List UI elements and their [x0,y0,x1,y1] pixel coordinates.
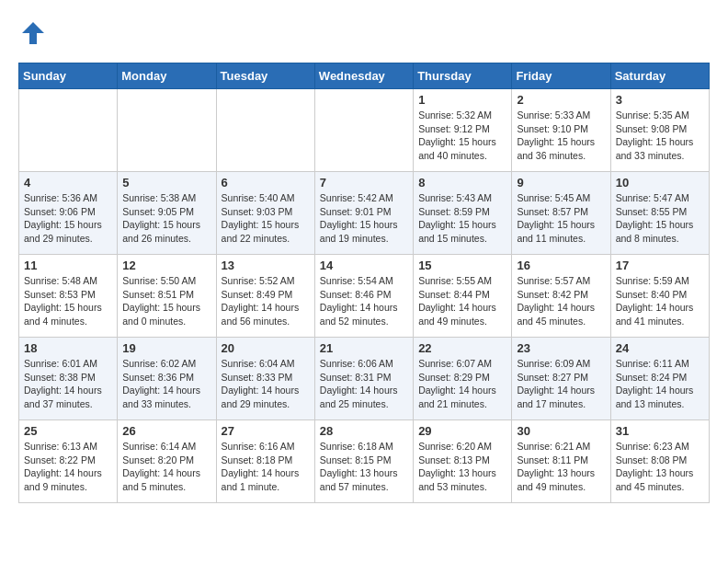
weekday-header-wednesday: Wednesday [314,63,413,89]
calendar-cell: 23Sunrise: 6:09 AM Sunset: 8:27 PM Dayli… [512,338,610,420]
day-number: 3 [616,93,704,107]
day-info: Sunrise: 6:06 AM Sunset: 8:31 PM Dayligh… [320,357,408,411]
svg-marker-0 [22,22,44,44]
day-number: 22 [418,341,506,355]
calendar-cell: 6Sunrise: 5:40 AM Sunset: 9:03 PM Daylig… [216,172,314,255]
day-info: Sunrise: 6:18 AM Sunset: 8:15 PM Dayligh… [320,440,408,494]
day-info: Sunrise: 6:20 AM Sunset: 8:13 PM Dayligh… [418,440,506,494]
weekday-header-thursday: Thursday [414,63,512,89]
day-number: 29 [418,424,506,438]
calendar-cell [19,89,118,172]
calendar-cell: 29Sunrise: 6:20 AM Sunset: 8:13 PM Dayli… [414,420,512,503]
day-number: 25 [24,424,112,438]
day-number: 26 [122,424,210,438]
day-number: 5 [122,176,210,190]
weekday-row: SundayMondayTuesdayWednesdayThursdayFrid… [19,63,710,89]
day-number: 1 [418,93,506,107]
week-row-4: 18Sunrise: 6:01 AM Sunset: 8:38 PM Dayli… [19,338,710,420]
day-number: 18 [24,341,112,355]
calendar-cell: 28Sunrise: 6:18 AM Sunset: 8:15 PM Dayli… [314,420,413,503]
calendar-cell: 22Sunrise: 6:07 AM Sunset: 8:29 PM Dayli… [414,338,512,420]
day-info: Sunrise: 5:36 AM Sunset: 9:06 PM Dayligh… [24,191,112,246]
calendar-cell: 19Sunrise: 6:02 AM Sunset: 8:36 PM Dayli… [118,338,216,420]
day-info: Sunrise: 6:07 AM Sunset: 8:29 PM Dayligh… [418,357,506,411]
day-number: 20 [222,341,310,355]
calendar-cell: 3Sunrise: 5:35 AM Sunset: 9:08 PM Daylig… [610,89,709,172]
calendar-cell: 10Sunrise: 5:47 AM Sunset: 8:55 PM Dayli… [610,172,709,255]
day-number: 11 [24,259,112,272]
day-info: Sunrise: 5:42 AM Sunset: 9:01 PM Dayligh… [320,191,408,246]
calendar-cell: 16Sunrise: 5:57 AM Sunset: 8:42 PM Dayli… [512,255,610,338]
day-info: Sunrise: 5:45 AM Sunset: 8:57 PM Dayligh… [517,191,605,246]
day-info: Sunrise: 6:14 AM Sunset: 8:20 PM Dayligh… [122,440,210,494]
day-info: Sunrise: 5:57 AM Sunset: 8:42 PM Dayligh… [517,274,605,328]
day-info: Sunrise: 5:47 AM Sunset: 8:55 PM Dayligh… [616,191,704,246]
day-number: 6 [222,176,310,190]
day-number: 14 [320,259,408,272]
day-number: 28 [320,424,408,438]
day-number: 17 [616,259,704,272]
day-info: Sunrise: 6:21 AM Sunset: 8:11 PM Dayligh… [517,440,605,494]
calendar-body: 1Sunrise: 5:32 AM Sunset: 9:12 PM Daylig… [19,89,710,503]
day-info: Sunrise: 5:35 AM Sunset: 9:08 PM Dayligh… [616,109,704,163]
calendar-cell: 14Sunrise: 5:54 AM Sunset: 8:46 PM Dayli… [314,255,413,338]
calendar-cell: 26Sunrise: 6:14 AM Sunset: 8:20 PM Dayli… [118,420,216,503]
calendar-cell: 21Sunrise: 6:06 AM Sunset: 8:31 PM Dayli… [314,338,413,420]
week-row-2: 4Sunrise: 5:36 AM Sunset: 9:06 PM Daylig… [19,172,710,255]
day-info: Sunrise: 5:48 AM Sunset: 8:53 PM Dayligh… [24,274,112,328]
day-number: 12 [122,259,210,272]
calendar-cell: 7Sunrise: 5:42 AM Sunset: 9:01 PM Daylig… [314,172,413,255]
week-row-1: 1Sunrise: 5:32 AM Sunset: 9:12 PM Daylig… [19,89,710,172]
day-number: 23 [517,341,605,355]
calendar-cell: 1Sunrise: 5:32 AM Sunset: 9:12 PM Daylig… [414,89,512,172]
day-info: Sunrise: 5:54 AM Sunset: 8:46 PM Dayligh… [320,274,408,328]
day-number: 13 [222,259,310,272]
day-info: Sunrise: 6:04 AM Sunset: 8:33 PM Dayligh… [222,357,310,411]
day-number: 15 [418,259,506,272]
day-info: Sunrise: 5:50 AM Sunset: 8:51 PM Dayligh… [122,274,210,328]
calendar-cell: 5Sunrise: 5:38 AM Sunset: 9:05 PM Daylig… [118,172,216,255]
calendar-cell: 25Sunrise: 6:13 AM Sunset: 8:22 PM Dayli… [19,420,118,503]
weekday-header-saturday: Saturday [610,63,709,89]
day-info: Sunrise: 5:43 AM Sunset: 8:59 PM Dayligh… [418,191,506,246]
day-number: 9 [517,176,605,190]
logo-icon [18,18,48,48]
day-number: 4 [24,176,112,190]
calendar-cell [216,89,314,172]
day-info: Sunrise: 5:38 AM Sunset: 9:05 PM Dayligh… [122,191,210,246]
calendar-cell: 18Sunrise: 6:01 AM Sunset: 8:38 PM Dayli… [19,338,118,420]
day-number: 21 [320,341,408,355]
calendar-cell: 4Sunrise: 5:36 AM Sunset: 9:06 PM Daylig… [19,172,118,255]
calendar-cell: 31Sunrise: 6:23 AM Sunset: 8:08 PM Dayli… [610,420,709,503]
day-info: Sunrise: 5:52 AM Sunset: 8:49 PM Dayligh… [222,274,310,328]
calendar-header: SundayMondayTuesdayWednesdayThursdayFrid… [19,63,710,89]
day-info: Sunrise: 6:09 AM Sunset: 8:27 PM Dayligh… [517,357,605,411]
calendar-cell: 9Sunrise: 5:45 AM Sunset: 8:57 PM Daylig… [512,172,610,255]
calendar-cell [314,89,413,172]
calendar-cell: 8Sunrise: 5:43 AM Sunset: 8:59 PM Daylig… [414,172,512,255]
day-info: Sunrise: 5:59 AM Sunset: 8:40 PM Dayligh… [616,274,704,328]
day-info: Sunrise: 5:32 AM Sunset: 9:12 PM Dayligh… [418,109,506,163]
day-number: 2 [517,93,605,107]
weekday-header-sunday: Sunday [19,63,118,89]
day-info: Sunrise: 5:33 AM Sunset: 9:10 PM Dayligh… [517,109,605,163]
day-number: 31 [616,424,704,438]
week-row-5: 25Sunrise: 6:13 AM Sunset: 8:22 PM Dayli… [19,420,710,503]
day-number: 19 [122,341,210,355]
day-info: Sunrise: 6:13 AM Sunset: 8:22 PM Dayligh… [24,440,112,494]
day-number: 24 [616,341,704,355]
calendar-cell: 17Sunrise: 5:59 AM Sunset: 8:40 PM Dayli… [610,255,709,338]
day-number: 30 [517,424,605,438]
day-number: 16 [517,259,605,272]
calendar-cell: 11Sunrise: 5:48 AM Sunset: 8:53 PM Dayli… [19,255,118,338]
day-info: Sunrise: 6:11 AM Sunset: 8:24 PM Dayligh… [616,357,704,411]
calendar-cell: 15Sunrise: 5:55 AM Sunset: 8:44 PM Dayli… [414,255,512,338]
calendar-cell: 2Sunrise: 5:33 AM Sunset: 9:10 PM Daylig… [512,89,610,172]
day-number: 8 [418,176,506,190]
day-number: 10 [616,176,704,190]
week-row-3: 11Sunrise: 5:48 AM Sunset: 8:53 PM Dayli… [19,255,710,338]
calendar-cell: 20Sunrise: 6:04 AM Sunset: 8:33 PM Dayli… [216,338,314,420]
day-info: Sunrise: 6:02 AM Sunset: 8:36 PM Dayligh… [122,357,210,411]
calendar-cell [118,89,216,172]
calendar-cell: 13Sunrise: 5:52 AM Sunset: 8:49 PM Dayli… [216,255,314,338]
